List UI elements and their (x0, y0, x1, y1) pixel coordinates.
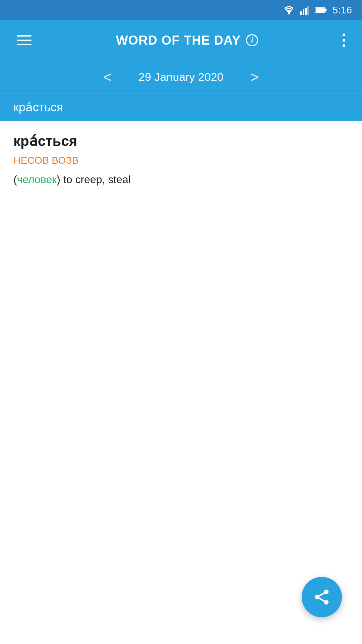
share-icon (313, 588, 331, 606)
svg-rect-4 (307, 6, 309, 15)
date-navigation: < 29 January 2020 > (0, 60, 362, 94)
svg-rect-3 (305, 8, 307, 15)
more-dot-3 (343, 44, 345, 47)
app-title-container: WORD OF THE DAY i (116, 33, 258, 48)
definition-suffix: ) to creep, steal (57, 173, 131, 185)
hamburger-button[interactable] (13, 32, 35, 49)
word-definition: (человек) to creep, steal (13, 171, 349, 187)
definition-prefix: ( (13, 173, 17, 185)
more-dot-2 (343, 39, 345, 42)
svg-line-11 (319, 598, 324, 601)
current-date: 29 January 2020 (138, 70, 223, 84)
hamburger-line-3 (17, 44, 32, 45)
signal-icon (300, 5, 310, 15)
info-label: i (251, 36, 253, 45)
definition-link[interactable]: человек (17, 173, 57, 185)
svg-point-0 (288, 12, 290, 14)
svg-rect-7 (315, 8, 324, 12)
word-title: кра́сться (13, 133, 349, 149)
word-header-bar: кра́сться (0, 94, 362, 121)
more-dot-1 (343, 34, 345, 36)
hamburger-line-1 (17, 35, 32, 37)
svg-rect-2 (303, 9, 304, 15)
svg-point-9 (315, 595, 320, 599)
svg-point-10 (324, 600, 329, 605)
svg-rect-1 (300, 11, 302, 15)
app-title: WORD OF THE DAY (116, 33, 241, 48)
app-bar: WORD OF THE DAY i (0, 20, 362, 60)
status-time: 5:16 (333, 4, 352, 16)
prev-date-button[interactable]: < (97, 65, 119, 89)
word-header: кра́сться (13, 100, 63, 114)
hamburger-line-2 (17, 40, 32, 41)
status-bar: 5:16 (0, 0, 362, 20)
svg-line-12 (319, 593, 324, 596)
status-icons: 5:16 (283, 4, 352, 16)
word-type: несов возв (13, 155, 349, 166)
more-options-button[interactable] (339, 30, 349, 50)
content-area: кра́сться несов возв (человек) to creep,… (0, 121, 362, 200)
share-fab-button[interactable] (302, 577, 342, 617)
info-icon[interactable]: i (246, 34, 258, 46)
svg-point-8 (324, 590, 329, 594)
svg-rect-6 (325, 9, 326, 11)
next-date-button[interactable]: > (244, 65, 266, 89)
battery-icon (315, 7, 327, 13)
wifi-icon (283, 5, 295, 15)
